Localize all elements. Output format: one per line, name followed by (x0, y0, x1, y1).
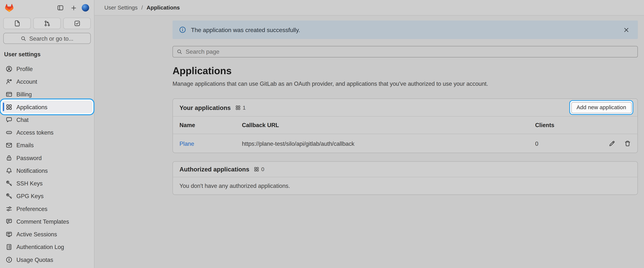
column-header-name: Name (173, 116, 236, 134)
sidebar-item-comment-templates[interactable]: Comment Templates (2, 215, 92, 228)
authorized-applications-card: Authorized applications 0 You don't have… (172, 161, 638, 195)
sidebar-item-label: Profile (16, 65, 33, 72)
sidebar-item-label: Comment Templates (16, 218, 69, 225)
sidebar-item-label: Password (16, 155, 42, 161)
column-header-clients: Clients (528, 116, 584, 134)
key-icon (6, 193, 12, 199)
success-alert: The application was created successfully… (172, 20, 638, 39)
notifications-bell-icon (6, 167, 12, 174)
access-tokens-icon (6, 129, 12, 135)
sidebar-toggle-button[interactable] (56, 3, 65, 13)
sidebar-item-label: Usage Quotas (16, 256, 53, 263)
merge-requests-shortcut-button[interactable] (33, 18, 61, 29)
card-title: Your applications (180, 104, 231, 111)
sidebar-item-preferences[interactable]: Preferences (2, 202, 92, 215)
sidebar-item-authentication-log[interactable]: Authentication Log (2, 241, 92, 253)
topbar: User Settings / Applications (94, 0, 644, 16)
sidebar-item-label: Account (16, 78, 37, 85)
sidebar-item-password[interactable]: Password (2, 151, 92, 164)
sidebar-item-usage-quotas[interactable]: Usage Quotas (2, 253, 92, 266)
info-icon (179, 26, 186, 33)
sidebar-item-label: SSH Keys (16, 180, 42, 186)
sidebar-item-label: Applications (16, 104, 48, 110)
sidebar-item-gpg-keys[interactable]: GPG Keys (2, 190, 92, 202)
applications-grid-icon (235, 105, 241, 110)
pencil-icon (608, 140, 615, 147)
billing-icon (6, 91, 12, 97)
applications-grid-icon (254, 167, 259, 172)
column-header-callback-url: Callback URL (235, 116, 528, 134)
todo-check-icon (74, 20, 80, 27)
trash-icon (624, 140, 630, 147)
sidebar-item-label: Preferences (16, 205, 48, 212)
create-new-button[interactable] (69, 3, 78, 13)
sidebar-header (0, 0, 94, 16)
sidebar-item-billing[interactable]: Billing (2, 88, 92, 100)
sidebar-item-notifications[interactable]: Notifications (2, 164, 92, 177)
alert-dismiss-button[interactable] (622, 25, 631, 35)
page-search-input[interactable] (186, 48, 634, 55)
sidebar-item-chat[interactable]: Chat (2, 113, 92, 126)
issues-shortcut-button[interactable] (3, 18, 31, 29)
column-header-actions (584, 116, 638, 134)
your-applications-card: Your applications 1 Add new application … (172, 98, 638, 153)
key-icon (6, 180, 12, 186)
sidebar-item-applications[interactable]: Applications (2, 100, 92, 113)
search-icon (177, 49, 182, 55)
delete-application-button[interactable] (624, 140, 631, 147)
sidebar-item-profile[interactable]: Profile (2, 62, 92, 75)
chat-icon (6, 116, 12, 123)
sidebar-item-label: Emails (16, 142, 34, 148)
your-applications-header: Your applications 1 Add new application (173, 99, 638, 117)
sidebar-item-ssh-keys[interactable]: SSH Keys (2, 177, 92, 190)
alert-message: The application was created successfully… (191, 26, 300, 33)
authorized-applications-header: Authorized applications 0 (173, 162, 638, 177)
preferences-sliders-icon (6, 205, 12, 212)
callback-url-cell: https://plane-test/silo/api/gitlab/auth/… (235, 134, 528, 153)
account-icon (6, 78, 12, 85)
sidebar-section-title: User settings (0, 51, 94, 57)
sidebar-item-label: Billing (16, 91, 32, 97)
applications-table: Name Callback URL Clients Plane https://… (173, 116, 638, 153)
count-value: 1 (243, 104, 246, 110)
page-search-box (172, 46, 638, 58)
page-content: The application was created successfully… (94, 16, 644, 195)
breadcrumb-separator: / (141, 4, 143, 11)
password-lock-icon (6, 155, 12, 161)
sidebar-item-label: GPG Keys (16, 193, 44, 199)
todo-list-shortcut-button[interactable] (63, 18, 91, 29)
add-new-application-button[interactable]: Add new application (571, 102, 632, 113)
sidebar-toggle-icon (57, 4, 64, 11)
sidebar-item-emails[interactable]: Emails (2, 139, 92, 151)
page-title: Applications (172, 66, 638, 76)
search-placeholder-text: Search or go to... (29, 35, 73, 41)
sidebar-item-account[interactable]: Account (2, 75, 92, 88)
issues-icon (14, 20, 20, 27)
pinned-shortcuts (3, 18, 91, 29)
usage-quotas-gauge-icon (6, 256, 12, 263)
main-area: User Settings / Applications The applica… (94, 0, 644, 268)
sidebar-item-label: Active Sessions (16, 231, 57, 237)
search-or-go-to-button[interactable]: Search or go to... (3, 33, 91, 44)
application-link[interactable]: Plane (180, 140, 194, 147)
sidebar-item-access-tokens[interactable]: Access tokens (2, 126, 92, 139)
edit-application-button[interactable] (608, 140, 615, 147)
search-icon (21, 35, 26, 41)
page-description: Manage applications that can use GitLab … (172, 81, 638, 87)
sidebar-item-label: Access tokens (16, 129, 54, 135)
merge-request-icon (44, 20, 50, 27)
breadcrumb-user-settings[interactable]: User Settings (104, 4, 138, 11)
sidebar-item-label: Authentication Log (16, 244, 64, 250)
active-sessions-monitor-icon (6, 231, 12, 237)
user-avatar[interactable] (82, 4, 89, 11)
sidebar-item-active-sessions[interactable]: Active Sessions (2, 228, 92, 241)
count-value: 0 (261, 166, 264, 172)
user-settings-nav: Profile Account Billing Applications Cha… (0, 62, 94, 266)
gitlab-logo (5, 3, 14, 12)
close-icon (624, 27, 629, 33)
row-actions (591, 140, 631, 147)
sidebar-item-label: Chat (16, 116, 28, 123)
add-application-focus-ring: Add new application (570, 100, 633, 115)
authorized-applications-count: 0 (254, 166, 264, 172)
clients-cell: 0 (528, 134, 584, 153)
